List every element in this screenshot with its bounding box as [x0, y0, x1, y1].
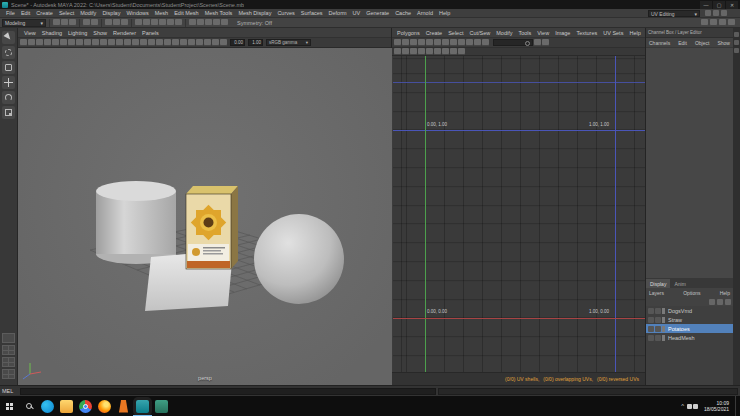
channel-box-tab-icon[interactable]: [734, 48, 739, 53]
menu-item[interactable]: Display: [99, 10, 123, 16]
flip-u-icon[interactable]: [402, 39, 409, 46]
menu-item[interactable]: UV: [350, 10, 364, 16]
make-live-icon[interactable]: [175, 19, 182, 26]
layer-color-swatch[interactable]: [662, 308, 665, 314]
view-transform-dropdown[interactable]: sRGB gamma ▾: [266, 39, 311, 46]
file-explorer-icon[interactable]: [60, 400, 73, 413]
render-settings-icon[interactable]: [221, 19, 228, 26]
channel-box-empty-area[interactable]: [646, 47, 733, 279]
display-image-icon[interactable]: [402, 48, 409, 55]
field-chart-icon[interactable]: [108, 39, 115, 46]
persp-outliner-layout[interactable]: [2, 357, 15, 367]
new-scene-icon[interactable]: [53, 19, 60, 26]
tile-labels-icon[interactable]: [458, 48, 465, 55]
move-tool[interactable]: [2, 76, 15, 89]
viewport-menu-item[interactable]: Shading: [39, 30, 65, 36]
menu-set-selector[interactable]: Modeling ▾: [2, 19, 46, 27]
fog-icon[interactable]: [204, 39, 211, 46]
film-gate-icon[interactable]: [84, 39, 91, 46]
vlc-icon[interactable]: [117, 400, 130, 413]
menu-item[interactable]: Generate: [363, 10, 392, 16]
layer-row[interactable]: DogsVmd: [646, 306, 733, 315]
layer-row[interactable]: Potatoes: [646, 324, 733, 333]
dim-image-icon[interactable]: [394, 48, 401, 55]
screen-space-ao-icon[interactable]: [172, 39, 179, 46]
select-component-icon[interactable]: [121, 19, 128, 26]
layer-playback-toggle[interactable]: [655, 317, 661, 323]
uv-menu-item[interactable]: Cut/Sew: [466, 30, 493, 36]
layer-playback-toggle[interactable]: [655, 308, 661, 314]
menu-item[interactable]: Mesh Display: [235, 10, 274, 16]
bookmarks-icon[interactable]: [44, 39, 51, 46]
two-d-pan-zoom-icon[interactable]: [60, 39, 67, 46]
exposure-field[interactable]: 0.00: [230, 39, 245, 46]
pixel-grid-icon[interactable]: [410, 48, 417, 55]
layer-color-swatch[interactable]: [662, 335, 665, 341]
tray-expand-icon[interactable]: ^: [681, 403, 684, 409]
snap-together-icon[interactable]: [474, 39, 481, 46]
viewport-menu-item[interactable]: Panels: [139, 30, 162, 36]
uv-menu-item[interactable]: Image: [552, 30, 573, 36]
new-layer-from-selected-icon[interactable]: [725, 299, 731, 305]
minimize-button[interactable]: —: [700, 1, 712, 9]
uv-menu-item[interactable]: Create: [423, 30, 446, 36]
tool-settings-tab-icon[interactable]: [734, 40, 739, 45]
safe-title-icon[interactable]: [124, 39, 131, 46]
menu-item[interactable]: Mesh: [152, 10, 171, 16]
maya-icon[interactable]: [136, 400, 149, 413]
layer-visibility-toggle[interactable]: [648, 317, 654, 323]
select-camera-icon[interactable]: [20, 39, 27, 46]
flip-v-icon[interactable]: [410, 39, 417, 46]
sew-uv-edge-icon[interactable]: [442, 39, 449, 46]
gamma-field[interactable]: 1.00: [248, 39, 263, 46]
uv-canvas[interactable]: 0.00, 1.00 1.00, 1.00 0.00, 0.00 1.00, 0…: [393, 56, 645, 372]
cut-uv-edge-icon[interactable]: [434, 39, 441, 46]
uv-menu-item[interactable]: UV Sets: [600, 30, 626, 36]
snap-point-icon[interactable]: [151, 19, 158, 26]
viewport-menu-item[interactable]: Show: [90, 30, 110, 36]
menu-item[interactable]: Mesh Tools: [202, 10, 236, 16]
layer-playback-toggle[interactable]: [655, 335, 661, 341]
channel-box-menu-item[interactable]: Object: [695, 40, 709, 46]
layout-uv-icon[interactable]: [458, 39, 465, 46]
chrome-icon[interactable]: [79, 400, 92, 413]
snap-projected-center-icon[interactable]: [159, 19, 166, 26]
menu-item[interactable]: Edit: [18, 10, 33, 16]
edge-icon[interactable]: [41, 400, 54, 413]
snap-curve-icon[interactable]: [143, 19, 150, 26]
new-empty-layer-icon[interactable]: [717, 299, 723, 305]
close-button[interactable]: ✕: [726, 1, 738, 9]
select-hierarchy-icon[interactable]: [105, 19, 112, 26]
safe-action-icon[interactable]: [116, 39, 123, 46]
layer-editor-tab[interactable]: Anim: [670, 279, 689, 288]
viewport-menu-item[interactable]: Renderer: [110, 30, 139, 36]
layer-editor-menu-item[interactable]: Options: [683, 290, 700, 296]
wireframe-icon[interactable]: [132, 39, 139, 46]
menu-item[interactable]: Modify: [77, 10, 99, 16]
layer-editor-menu-item[interactable]: Layers: [649, 290, 664, 296]
select-object-icon[interactable]: [113, 19, 120, 26]
single-pane-layout[interactable]: [2, 333, 15, 343]
uv-snapshot-icon[interactable]: [394, 39, 401, 46]
channel-box-title-tab[interactable]: Channel Box / Layer Editor: [646, 28, 733, 38]
viewport-menu-item[interactable]: Lighting: [65, 30, 90, 36]
layer-color-swatch[interactable]: [662, 326, 665, 332]
show-desktop-button[interactable]: [735, 396, 738, 416]
channel-box-menu-item[interactable]: Show: [717, 40, 730, 46]
uv-menu-item[interactable]: Textures: [573, 30, 600, 36]
isolate-select-icon[interactable]: [450, 48, 457, 55]
viewport-menu-item[interactable]: View: [21, 30, 39, 36]
rotate-ccw-icon[interactable]: [418, 39, 425, 46]
scale-tool[interactable]: [2, 106, 15, 119]
layer-row[interactable]: Straw: [646, 315, 733, 324]
rotate-tool[interactable]: [2, 91, 15, 104]
uv-distortion-icon[interactable]: [542, 39, 549, 46]
image-plane-icon[interactable]: [52, 39, 59, 46]
layer-editor-menu-item[interactable]: Help: [720, 290, 730, 296]
help-search-icon[interactable]: [721, 10, 727, 16]
menu-item[interactable]: Deform: [326, 10, 350, 16]
firefox-icon[interactable]: [98, 400, 111, 413]
grid-toggle-icon[interactable]: [76, 39, 83, 46]
outliner-persp-layout[interactable]: [2, 369, 15, 379]
isolate-select-icon[interactable]: [196, 39, 203, 46]
